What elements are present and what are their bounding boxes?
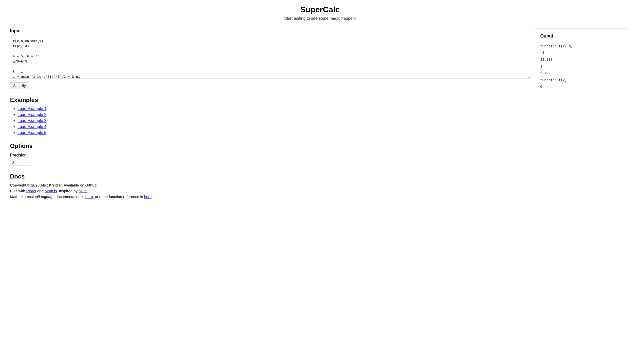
main-layout: Input f(x,a)=a*cos(x) f(pi, 3) a = 5; b …	[10, 28, 630, 200]
page-header: SuperCalc Start editing to see some magi…	[10, 5, 630, 21]
numi-link[interactable]: Numi	[78, 189, 87, 193]
page-subtitle: Start editing to see some magic happen!	[10, 16, 630, 21]
left-panel: Input f(x,a)=a*cos(x) f(pi, 3) a = 5; b …	[10, 28, 535, 200]
docs-here2-link[interactable]: here	[144, 194, 152, 199]
load-example-5[interactable]: Load Example 5	[18, 130, 46, 135]
output-line: function f(x, a)	[540, 43, 625, 50]
load-example-2[interactable]: Load Example 2	[18, 112, 46, 117]
output-panel: Ouput function f(x, a) -3 21.833 1 2.709…	[535, 28, 630, 103]
output-label: Ouput	[540, 34, 625, 39]
react-link[interactable]: React	[26, 189, 36, 193]
built-with-text: Built with React and Math.js. Inspired b…	[10, 189, 530, 193]
copyright-text: Copyright © 2023 Alex Kreidler. Availabl…	[10, 183, 530, 187]
output-line: 21.833	[540, 56, 625, 63]
docs-section: Docs Copyright © 2023 Alex Kreidler. Ava…	[10, 173, 530, 199]
output-line: 0	[540, 84, 625, 90]
load-example-3[interactable]: Load Example 3	[18, 118, 46, 123]
examples-section: Examples Load Example 1 Load Example 2 L…	[10, 96, 530, 135]
mathjs-link[interactable]: Math.js	[44, 189, 57, 193]
output-line: function f(x)	[540, 77, 625, 84]
precision-label: Precision	[10, 153, 530, 158]
output-line: 1	[540, 63, 625, 70]
precision-input[interactable]	[10, 159, 31, 166]
docs-title: Docs	[10, 173, 530, 180]
output-line: -3	[540, 50, 625, 56]
page-title: SuperCalc	[10, 5, 630, 14]
docs-reference-text: Math expression/language documentation i…	[10, 194, 530, 199]
list-item: Load Example 5	[18, 130, 530, 135]
simplify-button[interactable]: Simplify	[10, 82, 29, 89]
options-title: Options	[10, 142, 530, 150]
list-item: Load Example 1	[18, 106, 530, 111]
output-line: 2.709	[540, 70, 625, 77]
docs-here1-link[interactable]: here	[85, 194, 93, 199]
load-example-4[interactable]: Load Example 4	[18, 124, 46, 129]
examples-list: Load Example 1 Load Example 2 Load Examp…	[10, 106, 530, 135]
output-content: function f(x, a) -3 21.833 1 2.709 funct…	[540, 43, 625, 90]
list-item: Load Example 4	[18, 124, 530, 129]
list-item: Load Example 2	[18, 112, 530, 117]
input-textarea[interactable]: f(x,a)=a*cos(x) f(pi, 3) a = 5; b = 7; a…	[10, 36, 530, 78]
examples-title: Examples	[10, 96, 530, 104]
input-label: Input	[10, 28, 530, 34]
options-section: Options Precision	[10, 142, 530, 166]
load-example-1[interactable]: Load Example 1	[18, 106, 46, 111]
list-item: Load Example 3	[18, 118, 530, 123]
